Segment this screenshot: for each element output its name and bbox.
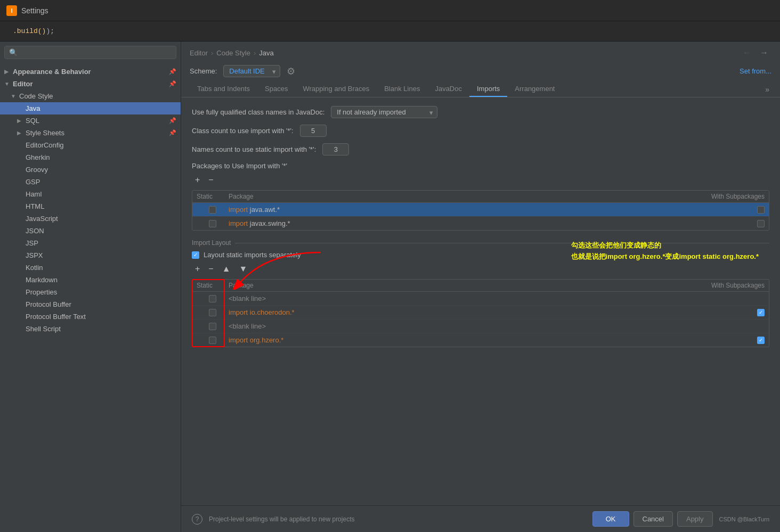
- names-count-input[interactable]: [322, 143, 349, 155]
- layout-package-row[interactable]: <blank line>: [192, 292, 769, 306]
- sidebar-item-kotlin[interactable]: Kotlin: [0, 261, 181, 274]
- sidebar-item-label: EditorConfig: [26, 141, 64, 149]
- import-layout-section: Import Layout 勾选这些会把他们变成静态的 也就是说把import …: [192, 239, 769, 347]
- sidebar-item-label: GSP: [26, 178, 40, 186]
- layout-pkg-col: <blank line>: [229, 322, 701, 330]
- sidebar-item-gsp[interactable]: GSP: [0, 176, 181, 188]
- sidebar-item-json[interactable]: JSON: [0, 225, 181, 237]
- code-method: .build(): [13, 27, 46, 35]
- sidebar-item-jspx[interactable]: JSPX: [0, 249, 181, 261]
- search-input[interactable]: [20, 48, 172, 56]
- qualified-names-row: Use fully qualified class names in JavaD…: [192, 106, 769, 118]
- class-count-label: Class count to use import with '*':: [192, 127, 294, 135]
- layout-static-checkbox[interactable]: ✓: [192, 251, 199, 259]
- layout-static-cb-1[interactable]: [209, 309, 216, 316]
- blank-line-label-2: <blank line>: [229, 322, 266, 330]
- sidebar-item-label: JSP: [26, 239, 38, 247]
- tab-spaces[interactable]: Spaces: [257, 81, 295, 97]
- sidebar-item-java[interactable]: Java: [0, 102, 181, 114]
- sidebar-item-markdown[interactable]: Markdown: [0, 274, 181, 286]
- scheme-row: Scheme: Default IDE ⚙ Set from...: [181, 61, 780, 81]
- sidebar-item-sql[interactable]: ▶ SQL 📌: [0, 114, 181, 127]
- layout-pkg-col: import io.choerodon.*: [229, 308, 701, 316]
- sidebar-item-jsp[interactable]: JSP: [0, 237, 181, 249]
- layout-sub-cb-1[interactable]: ✓: [757, 309, 765, 316]
- import-name: javax.swing.*: [250, 219, 290, 227]
- layout-static-col: [197, 309, 229, 316]
- cancel-button[interactable]: Cancel: [633, 511, 673, 527]
- layout-table-header: Static Package With Subpackages: [192, 280, 769, 292]
- layout-package-row[interactable]: import org.hzero.* ✓: [192, 333, 769, 347]
- top-bar: I Settings: [0, 0, 780, 21]
- sidebar-item-haml[interactable]: Haml: [0, 188, 181, 200]
- sidebar-item-appearance[interactable]: ▶ Appearance & Behavior 📌: [0, 66, 181, 78]
- chevron-right-icon: ▶: [17, 118, 23, 124]
- sidebar-item-code-style[interactable]: ▼ Code Style: [0, 90, 181, 102]
- layout-down-button[interactable]: ▼: [236, 263, 251, 275]
- search-box[interactable]: 🔍: [4, 46, 176, 59]
- forward-button[interactable]: →: [757, 47, 771, 59]
- layout-package-row[interactable]: <blank line>: [192, 320, 769, 333]
- sidebar-item-properties[interactable]: Properties: [0, 286, 181, 298]
- sidebar-item-protocol-buffer[interactable]: Protocol Buffer: [0, 298, 181, 310]
- sidebar-item-html[interactable]: HTML: [0, 200, 181, 212]
- static-checkbox-1[interactable]: [209, 206, 216, 214]
- sidebar-item-javascript[interactable]: JavaScript: [0, 212, 181, 225]
- sidebar-item-shell-script[interactable]: Shell Script: [0, 323, 181, 335]
- tab-tabs-indents[interactable]: Tabs and Indents: [190, 81, 257, 97]
- import-name: org.hzero.*: [250, 336, 284, 344]
- tab-imports[interactable]: Imports: [469, 81, 507, 97]
- layout-package-row[interactable]: import io.choerodon.* ✓: [192, 306, 769, 320]
- sidebar-item-gherkin[interactable]: Gherkin: [0, 151, 181, 163]
- remove-package-button[interactable]: −: [205, 174, 216, 186]
- tab-wrapping[interactable]: Wrapping and Braces: [295, 81, 377, 97]
- layout-sub-cb-3[interactable]: ✓: [757, 337, 765, 344]
- breadcrumb: Editor › Code Style › Java ← →: [181, 42, 780, 61]
- scheme-select[interactable]: Default IDE: [223, 65, 280, 77]
- apply-button[interactable]: Apply: [677, 511, 713, 527]
- add-package-button[interactable]: +: [192, 174, 203, 186]
- blank-line-label: <blank line>: [229, 294, 266, 302]
- breadcrumb-editor: Editor: [190, 49, 208, 57]
- col-subpackages-header: With Subpackages: [701, 193, 765, 200]
- tab-arrangement[interactable]: Arrangement: [507, 81, 562, 97]
- layout-sub-col: ✓: [701, 309, 765, 316]
- package-row[interactable]: import java.awt.*: [192, 203, 769, 217]
- static-checkbox-2[interactable]: [209, 220, 216, 227]
- tabs-overflow-button[interactable]: »: [763, 82, 771, 97]
- tab-blank-lines[interactable]: Blank Lines: [377, 81, 427, 97]
- with-sub-checkbox-2[interactable]: [757, 220, 765, 227]
- scheme-gear-button[interactable]: ⚙: [287, 66, 295, 77]
- layout-up-button[interactable]: ▲: [219, 263, 234, 275]
- pin-icon: 📌: [169, 117, 176, 124]
- sidebar-item-style-sheets[interactable]: ▶ Style Sheets 📌: [0, 127, 181, 139]
- help-icon[interactable]: ?: [192, 514, 202, 525]
- import-keyword: import: [229, 206, 248, 214]
- layout-static-cb-0[interactable]: [209, 295, 216, 302]
- package-name-col: import javax.swing.*: [229, 219, 701, 227]
- layout-add-button[interactable]: +: [192, 263, 203, 275]
- class-count-row: Class count to use import with '*':: [192, 125, 769, 137]
- ok-button[interactable]: OK: [592, 511, 629, 527]
- breadcrumb-code-style: Code Style: [216, 49, 250, 57]
- with-sub-checkbox-1[interactable]: [757, 206, 765, 214]
- package-row[interactable]: import javax.swing.*: [192, 217, 769, 230]
- sidebar-item-editorconfig[interactable]: EditorConfig: [0, 139, 181, 151]
- sidebar-item-protocol-buffer-text[interactable]: Protocol Buffer Text: [0, 310, 181, 323]
- tab-javadoc[interactable]: JavaDoc: [427, 81, 469, 97]
- layout-static-cb-3[interactable]: [209, 337, 216, 344]
- qualified-names-select[interactable]: If not already imported Always Never: [331, 106, 437, 118]
- class-count-input[interactable]: [300, 125, 327, 137]
- sidebar-item-editor[interactable]: ▼ Editor 📌: [0, 78, 181, 90]
- scheme-select-wrap: Default IDE: [223, 65, 280, 77]
- layout-static-cb-2[interactable]: [209, 323, 216, 330]
- layout-remove-button[interactable]: −: [205, 263, 216, 275]
- breadcrumb-sep-2: ›: [254, 49, 256, 57]
- sidebar-item-groovy[interactable]: Groovy: [0, 163, 181, 176]
- sidebar-item-label: Shell Script: [26, 325, 61, 333]
- csdn-badge: CSDN @BlackTurn: [719, 516, 770, 522]
- back-button[interactable]: ←: [740, 47, 754, 59]
- sidebar-tree: ▶ Appearance & Behavior 📌 ▼ Editor 📌 ▼ C…: [0, 63, 181, 532]
- sidebar-item-label: SQL: [26, 117, 39, 125]
- set-from-link[interactable]: Set from...: [740, 67, 771, 75]
